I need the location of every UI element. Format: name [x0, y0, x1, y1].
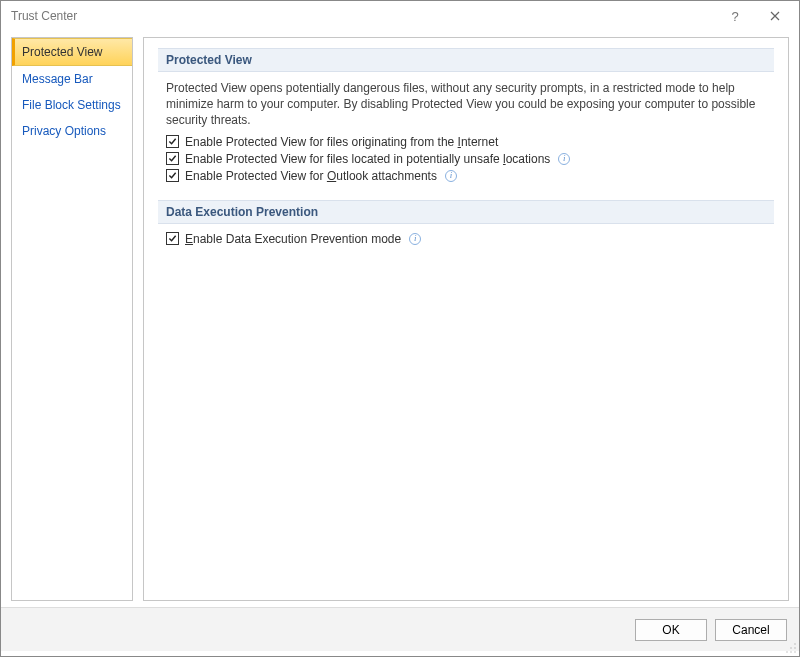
sidebar-item-message-bar[interactable]: Message Bar [12, 66, 132, 92]
svg-point-1 [790, 647, 792, 649]
checkbox-internet-files[interactable]: Enable Protected View for files originat… [166, 135, 766, 149]
svg-point-4 [790, 651, 792, 653]
sidebar-item-file-block-settings[interactable]: File Block Settings [12, 92, 132, 118]
checkbox-icon [166, 232, 179, 245]
info-icon[interactable]: i [558, 153, 570, 165]
sidebar-item-label: Privacy Options [22, 124, 106, 138]
checkbox-icon [166, 135, 179, 148]
svg-point-2 [794, 647, 796, 649]
resize-grip-icon[interactable] [785, 642, 797, 654]
close-button[interactable] [755, 2, 795, 30]
checkbox-icon [166, 152, 179, 165]
checkbox-outlook-attachments[interactable]: Enable Protected View for Outlook attach… [166, 169, 766, 183]
sidebar-item-protected-view[interactable]: Protected View [12, 38, 132, 66]
svg-point-0 [794, 643, 796, 645]
checkbox-label: Enable Protected View for files originat… [185, 135, 498, 149]
checkbox-unsafe-locations[interactable]: Enable Protected View for files located … [166, 152, 766, 166]
sidebar-item-label: Message Bar [22, 72, 93, 86]
window-title: Trust Center [11, 9, 77, 23]
titlebar: Trust Center ? [1, 1, 799, 31]
checkbox-dep-mode[interactable]: Enable Data Execution Prevention mode i [166, 232, 766, 246]
section-body-dep: Enable Data Execution Prevention mode i [158, 232, 774, 263]
ok-button[interactable]: OK [635, 619, 707, 641]
checkbox-label: Enable Protected View for files located … [185, 152, 550, 166]
svg-point-5 [794, 651, 796, 653]
dialog-footer: OK Cancel [1, 607, 799, 651]
close-icon [770, 11, 780, 21]
section-header-protected-view: Protected View [158, 48, 774, 72]
checkbox-icon [166, 169, 179, 182]
help-button[interactable]: ? [715, 2, 755, 30]
sidebar-item-privacy-options[interactable]: Privacy Options [12, 118, 132, 144]
svg-point-3 [786, 651, 788, 653]
content-pane: Protected View Protected View opens pote… [143, 37, 789, 601]
section-body-protected-view: Protected View opens potentially dangero… [158, 80, 774, 200]
dialog-body: Protected View Message Bar File Block Se… [1, 31, 799, 607]
cancel-button[interactable]: Cancel [715, 619, 787, 641]
help-icon: ? [731, 9, 738, 24]
sidebar: Protected View Message Bar File Block Se… [11, 37, 133, 601]
section-header-dep: Data Execution Prevention [158, 200, 774, 224]
info-icon[interactable]: i [445, 170, 457, 182]
protected-view-description: Protected View opens potentially dangero… [166, 80, 766, 129]
sidebar-item-label: Protected View [22, 45, 103, 59]
checkbox-label: Enable Protected View for Outlook attach… [185, 169, 437, 183]
info-icon[interactable]: i [409, 233, 421, 245]
checkbox-label: Enable Data Execution Prevention mode [185, 232, 401, 246]
dialog-window: Trust Center ? Protected View Message Ba… [1, 1, 799, 656]
sidebar-item-label: File Block Settings [22, 98, 121, 112]
